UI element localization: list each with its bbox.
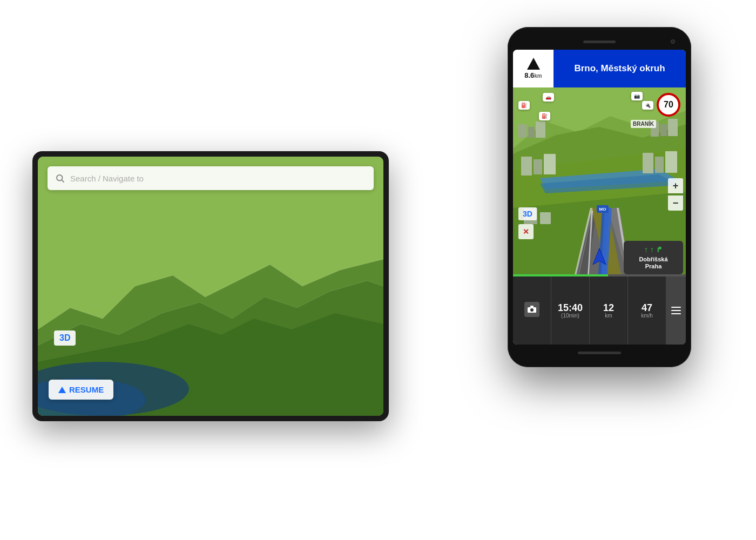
svg-rect-22 [544, 154, 556, 174]
nav-speed-item: 47 km/h [628, 276, 666, 345]
tablet-map: Search / Navigate to 3D RESUME [38, 157, 383, 416]
phone-bottom-bar [513, 345, 686, 361]
phone-home-button [578, 352, 621, 354]
tablet-search-text: Search / Navigate to [70, 174, 144, 183]
nav-street-name: Brno, Městský okruh [574, 63, 665, 74]
svg-rect-21 [534, 159, 542, 174]
zoom-in-button[interactable]: + [668, 178, 683, 193]
poi-parking-icon: 🚗 [543, 93, 554, 102]
phone-top-bar [513, 33, 686, 50]
speed-limit-sign: 70 [657, 93, 680, 117]
nav-menu-button[interactable] [666, 276, 686, 345]
svg-rect-40 [540, 212, 551, 224]
nav-distance-box: 8.6km [513, 50, 554, 87]
nav-bottom-content: 15:40 (10min) 12 km 47 km/h [513, 276, 686, 345]
resume-label: RESUME [69, 385, 104, 394]
nav-dist-unit: km [605, 313, 612, 319]
tablet-resume-button[interactable]: RESUME [49, 380, 113, 400]
nav-dist-item: 12 km [590, 276, 628, 345]
area-label-branik: BRANÍK [631, 120, 656, 128]
svg-rect-12 [528, 127, 535, 138]
nav-street-box: Brno, Městský okruh [554, 50, 686, 87]
resume-nav-icon [58, 387, 66, 393]
phone-camera [671, 39, 675, 44]
tablet-screen: Search / Navigate to 3D RESUME [38, 157, 383, 416]
nav-time-value: 15:40 [558, 303, 583, 313]
svg-rect-24 [655, 157, 664, 173]
menu-line-3 [671, 313, 681, 314]
phone-close-button[interactable]: ✕ [518, 224, 534, 239]
tablet-search-bar[interactable]: Search / Navigate to [48, 166, 374, 190]
svg-point-46 [530, 308, 534, 312]
svg-rect-11 [518, 124, 526, 138]
turn-arrow-up-2: ↑ [650, 245, 654, 254]
svg-rect-16 [668, 119, 678, 136]
poi-camera-icon: 📷 [631, 92, 643, 100]
turn-street-name: Dobříšská Praha [629, 256, 678, 270]
phone-speaker [583, 40, 616, 43]
nav-speed-value: 47 [642, 303, 652, 313]
nav-top-bar: 8.6km Brno, Městský okruh [513, 50, 686, 87]
nav-distance-value: 8.6km [524, 72, 542, 79]
nav-direction-arrow [527, 58, 540, 70]
menu-line-1 [671, 307, 681, 308]
nav-time-item: 15:40 (10min) [551, 276, 590, 345]
turn-arrows: ↑ ↑ ↱ [629, 245, 678, 254]
nav-camera-icon [524, 302, 539, 317]
svg-line-7 [62, 180, 64, 182]
svg-point-6 [57, 175, 63, 181]
svg-rect-20 [521, 157, 532, 176]
nav-bottom-bar: 15:40 (10min) 12 km 47 km/h [513, 274, 686, 345]
svg-text:MO: MO [599, 207, 606, 212]
svg-rect-47 [530, 306, 534, 307]
nav-camera-item [513, 276, 551, 345]
svg-rect-15 [660, 124, 667, 136]
zoom-out-button[interactable]: − [668, 195, 683, 211]
svg-rect-13 [536, 122, 545, 138]
nav-speed-unit: km/h [641, 313, 653, 319]
phone-3d-badge[interactable]: 3D [518, 207, 537, 220]
tablet-3d-badge[interactable]: 3D [54, 330, 76, 346]
phone: MO 8.6km Brno, Městský okruh [508, 27, 691, 367]
menu-line-2 [671, 310, 681, 311]
phone-screen: MO 8.6km Brno, Městský okruh [513, 50, 686, 345]
nav-time-sub: (10min) [561, 313, 579, 319]
turn-instruction-box: ↑ ↑ ↱ Dobříšská Praha [624, 241, 683, 274]
search-icon [55, 173, 65, 183]
poi-gas-icon-2: ⛽ [539, 112, 550, 120]
nav-dist-value: 12 [603, 303, 614, 313]
poi-gas-icon: ⛽ [518, 101, 530, 110]
turn-arrow-right: ↱ [656, 245, 663, 254]
tablet: Search / Navigate to 3D RESUME [32, 151, 389, 421]
nav-map: MO 8.6km Brno, Městský okruh [513, 50, 686, 345]
svg-rect-25 [665, 151, 677, 173]
scene: Search / Navigate to 3D RESUME [0, 0, 756, 540]
svg-rect-23 [643, 153, 653, 173]
turn-arrow-up-1: ↑ [644, 245, 648, 254]
poi-charge-icon: 🔌 [642, 101, 653, 110]
